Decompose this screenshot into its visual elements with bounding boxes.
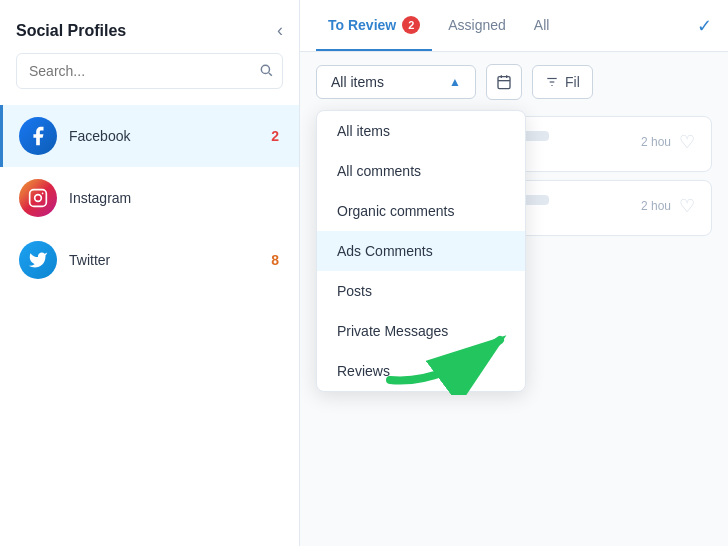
to-review-count: 2 [402, 16, 420, 34]
sidebar-item-twitter[interactable]: Twitter 8 [0, 229, 299, 291]
card-right-1: 2 hou ♡ [641, 131, 695, 153]
dropdown-item-all-comments[interactable]: All comments [317, 151, 525, 191]
twitter-name: Twitter [69, 252, 271, 268]
profile-list: Facebook 2 Instagram [0, 105, 299, 546]
calendar-button[interactable] [486, 64, 522, 100]
search-icon [259, 63, 273, 80]
tabs-left: To Review 2 Assigned All [316, 0, 561, 51]
sidebar-item-instagram[interactable]: Instagram [0, 167, 299, 229]
dropdown-item-posts[interactable]: Posts [317, 271, 525, 311]
tab-assigned[interactable]: Assigned [436, 0, 518, 51]
dropdown-item-organic-comments[interactable]: Organic comments [317, 191, 525, 231]
dropdown-item-ads-comments[interactable]: Ads Comments [317, 231, 525, 271]
twitter-badge: 8 [271, 252, 279, 268]
tabs-bar: To Review 2 Assigned All ✓ [300, 0, 728, 52]
filter-button[interactable]: Fil [532, 65, 593, 99]
dropdown-item-private-messages[interactable]: Private Messages [317, 311, 525, 351]
collapse-button[interactable]: ‹ [277, 20, 283, 41]
card-time-1: 2 hou [641, 135, 671, 149]
svg-rect-2 [30, 190, 47, 207]
filter-label: Fil [565, 74, 580, 90]
dropdown-item-all-items[interactable]: All items [317, 111, 525, 151]
svg-line-1 [269, 72, 272, 75]
main-area: To Review 2 Assigned All ✓ All items ▲ [300, 0, 728, 546]
svg-rect-5 [498, 77, 510, 89]
svg-point-0 [261, 65, 269, 73]
heart-icon-2[interactable]: ♡ [679, 195, 695, 217]
sidebar-header: Social Profiles ‹ [0, 0, 299, 53]
tab-to-review[interactable]: To Review 2 [316, 0, 432, 51]
items-dropdown-menu: All items All comments Organic comments … [316, 110, 526, 392]
card-time-2: 2 hou [641, 199, 671, 213]
facebook-avatar [19, 117, 57, 155]
card-right-2: 2 hou ♡ [641, 195, 695, 217]
checkmark-icon: ✓ [697, 15, 712, 37]
svg-point-4 [42, 193, 44, 195]
items-filter-dropdown[interactable]: All items ▲ [316, 65, 476, 99]
dropdown-arrow-icon: ▲ [449, 75, 461, 89]
facebook-name: Facebook [69, 128, 271, 144]
sidebar-item-facebook[interactable]: Facebook 2 [0, 105, 299, 167]
search-input[interactable] [16, 53, 283, 89]
search-box [16, 53, 283, 89]
instagram-avatar [19, 179, 57, 217]
sidebar-title: Social Profiles [16, 22, 126, 40]
svg-point-3 [35, 195, 42, 202]
heart-icon-1[interactable]: ♡ [679, 131, 695, 153]
sidebar: Social Profiles ‹ Facebook 2 [0, 0, 300, 546]
tabs-right: ✓ [697, 15, 712, 37]
tab-all[interactable]: All [522, 0, 562, 51]
facebook-badge: 2 [271, 128, 279, 144]
filter-row: All items ▲ Fil [300, 52, 728, 112]
twitter-avatar [19, 241, 57, 279]
dropdown-item-reviews[interactable]: Reviews [317, 351, 525, 391]
instagram-name: Instagram [69, 190, 283, 206]
